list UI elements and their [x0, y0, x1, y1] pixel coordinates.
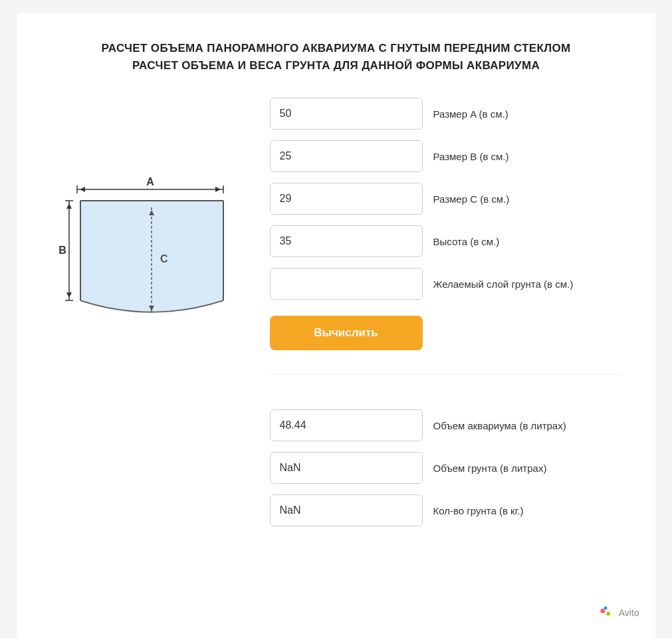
label-size-b: Размер B (в см.)	[433, 151, 509, 162]
svg-text:B: B	[58, 245, 66, 256]
form-area: Размер A (в см.) Размер B (в см.) Размер…	[270, 98, 622, 526]
result-weight-soil[interactable]	[270, 494, 423, 526]
field-row-size-a: Размер A (в см.)	[270, 98, 622, 130]
result-row-volume-soil: Объем грунта (в литрах)	[270, 452, 622, 484]
label-soil-layer: Желаемый слой грунта (в см.)	[433, 278, 574, 290]
label-size-c: Размер C (в см.)	[433, 193, 510, 205]
page-title: РАСЧЕТ ОБЪЕМА ПАНОРАМНОГО АКВАРИУМА С ГН…	[51, 40, 622, 74]
field-row-height: Высота (в см.)	[270, 225, 622, 257]
svg-marker-3	[80, 187, 85, 192]
svg-marker-10	[66, 292, 72, 298]
input-height[interactable]	[270, 225, 423, 257]
input-size-c[interactable]	[270, 183, 423, 215]
input-soil-layer[interactable]	[270, 268, 423, 300]
svg-point-21	[604, 607, 607, 610]
field-row-size-b: Размер B (в см.)	[270, 140, 622, 172]
svg-text:C: C	[160, 253, 168, 265]
avito-badge: Avito	[596, 603, 639, 622]
button-row: Вычислить	[270, 310, 622, 350]
result-row-volume-aquarium: Объем аквариума (в литрах)	[270, 409, 622, 441]
input-size-a[interactable]	[270, 98, 423, 130]
page-container: РАСЧЕТ ОБЪЕМА ПАНОРАМНОГО АКВАРИУМА С ГН…	[17, 13, 655, 638]
result-volume-aquarium[interactable]	[270, 409, 423, 441]
diagram-area: A B	[51, 98, 250, 330]
avito-text: Avito	[619, 607, 639, 618]
avito-icon	[596, 603, 615, 622]
aquarium-diagram: A B	[57, 171, 243, 330]
svg-marker-9	[66, 203, 72, 209]
calculate-button[interactable]: Вычислить	[270, 316, 423, 350]
divider	[270, 374, 622, 375]
label-volume-aquarium: Объем аквариума (в литрах)	[433, 420, 566, 431]
results-section: Объем аквариума (в литрах) Объем грунта …	[270, 409, 622, 526]
result-row-weight-soil: Кол-во грунта (в кг.)	[270, 494, 622, 526]
field-row-size-c: Размер C (в см.)	[270, 183, 622, 215]
result-volume-soil[interactable]	[270, 452, 423, 484]
svg-marker-4	[215, 187, 221, 192]
label-weight-soil: Кол-во грунта (в кг.)	[433, 505, 524, 516]
svg-point-20	[606, 612, 610, 616]
svg-text:A: A	[146, 176, 154, 187]
svg-point-19	[600, 609, 605, 613]
label-volume-soil: Объем грунта (в литрах)	[433, 463, 547, 474]
field-row-soil-layer: Желаемый слой грунта (в см.)	[270, 268, 622, 300]
label-size-a: Размер A (в см.)	[433, 108, 508, 120]
label-height: Высота (в см.)	[433, 236, 500, 247]
input-size-b[interactable]	[270, 140, 423, 172]
main-layout: A B	[51, 98, 622, 526]
